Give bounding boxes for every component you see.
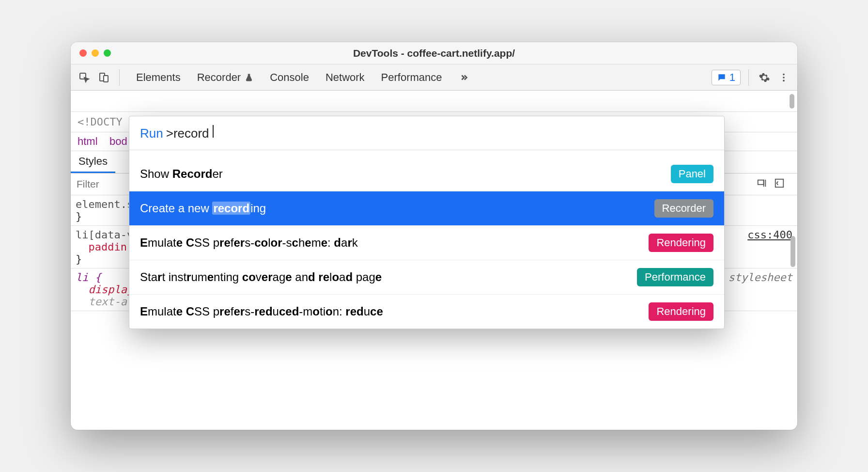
command-category-badge: Rendering — [649, 302, 713, 321]
svg-point-3 — [783, 73, 785, 75]
settings-icon[interactable] — [757, 70, 772, 85]
tab-label: Recorder — [197, 71, 241, 84]
command-item[interactable]: Emulate CSS prefers-reduced-motion: redu… — [129, 294, 724, 329]
code-text: } — [76, 210, 82, 222]
command-item[interactable]: Show RecorderPanel — [129, 157, 724, 191]
svg-rect-2 — [104, 76, 108, 82]
command-category-badge: Recorder — [654, 199, 713, 218]
crumb-html[interactable]: html — [78, 135, 98, 147]
scrollbar-thumb[interactable] — [790, 236, 795, 267]
window-title: DevTools - coffee-cart.netlify.app/ — [71, 47, 797, 59]
command-item[interactable]: Create a new recordingRecorder — [129, 191, 724, 225]
svg-point-4 — [783, 77, 785, 79]
tab-label: Console — [270, 71, 309, 84]
crumb-body[interactable]: bod — [109, 135, 127, 147]
command-category-badge: Panel — [671, 165, 713, 183]
tab-label: Network — [326, 71, 365, 84]
command-category-badge: Rendering — [649, 234, 713, 252]
elements-toolbar — [71, 91, 797, 112]
command-item[interactable]: Emulate CSS prefers-color-scheme: darkRe… — [129, 225, 724, 260]
command-item-label: Create a new recording — [140, 202, 266, 215]
tabs-overflow-icon[interactable] — [459, 72, 469, 83]
tab-console[interactable]: Console — [270, 71, 309, 84]
tab-label: Elements — [136, 71, 181, 84]
tab-styles[interactable]: Styles — [71, 151, 115, 173]
command-item-label: Emulate CSS prefers-color-scheme: dark — [140, 236, 358, 250]
tab-network[interactable]: Network — [326, 71, 365, 84]
command-input-row[interactable]: Run >record — [129, 116, 724, 150]
svg-rect-6 — [758, 180, 764, 185]
divider — [748, 69, 749, 86]
command-item[interactable]: Start instrumenting coverage and reload … — [129, 260, 724, 294]
inspect-element-icon[interactable] — [77, 70, 92, 85]
divider — [119, 69, 120, 86]
code-text: } — [76, 253, 82, 265]
issues-count: 1 — [729, 71, 735, 84]
content-area: <!DOCTY html bod Styles element.s } css:… — [71, 91, 797, 430]
property-text: display — [89, 283, 134, 296]
command-prefix: Run — [140, 126, 163, 141]
devtools-window: DevTools - coffee-cart.netlify.app/ Elem… — [71, 42, 797, 430]
more-icon[interactable] — [776, 70, 791, 85]
property-text: paddin — [89, 241, 127, 253]
toggle-hover-icon[interactable] — [757, 178, 767, 190]
caret-icon — [213, 125, 214, 138]
command-item-label: Show Recorder — [140, 167, 223, 181]
selector-text: li[data-v — [76, 229, 133, 241]
source-link[interactable]: css:400 — [747, 229, 792, 241]
command-item-label: Start instrumenting coverage and reload … — [140, 270, 382, 284]
svg-point-5 — [783, 79, 785, 81]
command-results: Show RecorderPanelCreate a new recording… — [129, 157, 724, 329]
titlebar: DevTools - coffee-cart.netlify.app/ — [71, 42, 797, 64]
panel-tabs: Elements Recorder Console Network Perfor… — [127, 71, 708, 84]
flask-icon — [245, 73, 253, 82]
command-category-badge: Performance — [637, 268, 713, 286]
issues-icon — [717, 73, 727, 82]
command-query: >record — [166, 126, 209, 141]
tab-elements[interactable]: Elements — [136, 71, 181, 84]
command-palette: Run >record Show RecorderPanelCreate a n… — [129, 116, 725, 329]
doctype-text: <!DOCTY — [78, 116, 123, 128]
device-toolbar-icon[interactable] — [96, 70, 111, 85]
issues-badge[interactable]: 1 — [712, 70, 741, 85]
scrollbar-thumb[interactable] — [790, 94, 794, 109]
command-item-label: Emulate CSS prefers-reduced-motion: redu… — [140, 305, 383, 318]
tab-label: Performance — [381, 71, 442, 84]
selector-text: li { — [76, 271, 101, 283]
selector-text: element.s — [76, 198, 133, 210]
tab-performance[interactable]: Performance — [381, 71, 442, 84]
toggle-classes-icon[interactable] — [774, 178, 785, 190]
tab-recorder[interactable]: Recorder — [197, 71, 253, 84]
main-toolbar: Elements Recorder Console Network Perfor… — [71, 64, 797, 91]
